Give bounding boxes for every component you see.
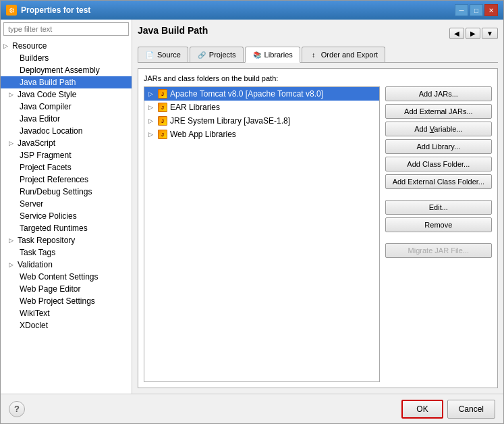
properties-window: ⚙ Properties for test ─ □ ✕ ▷ Resource B…: [0, 0, 504, 424]
sidebar-item-java-editor[interactable]: Java Editor: [1, 113, 132, 125]
lib-item-ear[interactable]: ▷ J EAR Libraries: [144, 101, 379, 114]
sidebar-item-project-facets[interactable]: Project Facets: [1, 161, 132, 174]
sidebar-item-label: Javadoc Location: [20, 126, 82, 136]
sidebar-item-label: Service Policies: [20, 211, 77, 221]
lib-item-label: EAR Libraries: [170, 103, 220, 112]
panel-title: Java Build Path: [138, 25, 208, 36]
edit-button[interactable]: Edit...: [385, 200, 492, 215]
tab-libraries[interactable]: 📚 Libraries: [245, 47, 300, 63]
content-area: ▷ Resource Builders Deployment Assembly …: [1, 20, 503, 394]
sidebar-item-label: Java Editor: [20, 114, 60, 124]
expand-arrow: ▷: [148, 104, 155, 111]
window-title: Properties for test: [21, 5, 451, 15]
sidebar-item-label: JSP Fragment: [20, 151, 71, 160]
sidebar-item-project-references[interactable]: Project References: [1, 174, 132, 186]
tab-projects[interactable]: 🔗 Projects: [190, 47, 244, 62]
panel-description: JARs and class folders on the build path…: [144, 74, 492, 82]
sidebar-item-task-repository[interactable]: ▷ Task Repository: [1, 234, 132, 246]
sidebar-item-javascript[interactable]: ▷ JavaScript: [1, 137, 132, 149]
sidebar-item-label: Java Code Style: [18, 90, 76, 99]
jar-icon: J: [158, 89, 167, 99]
sidebar-item-builders[interactable]: Builders: [1, 52, 132, 64]
sidebar-item-label: XDoclet: [20, 321, 48, 330]
sidebar-item-web-content-settings[interactable]: Web Content Settings: [1, 271, 132, 283]
libraries-icon: 📚: [252, 50, 262, 59]
lib-item-webapp[interactable]: ▷ J Web App Libraries: [144, 128, 379, 141]
tab-label: Order and Export: [321, 51, 378, 59]
jar-icon: J: [158, 103, 167, 112]
add-external-jars-button[interactable]: Add External JARs...: [385, 104, 492, 119]
window-controls: ─ □ ✕: [455, 4, 498, 16]
add-class-folder-button[interactable]: Add Class Folder...: [385, 157, 492, 171]
source-icon: 📄: [145, 50, 155, 59]
ok-button[interactable]: OK: [401, 400, 443, 419]
sidebar-item-jsp-fragment[interactable]: JSP Fragment: [1, 149, 132, 161]
add-library-button[interactable]: Add Library...: [385, 139, 492, 154]
bottom-bar: ? OK Cancel: [1, 394, 503, 423]
migrate-jar-button[interactable]: Migrate JAR File...: [385, 243, 492, 258]
filter-input[interactable]: [3, 22, 129, 36]
sidebar-item-web-project-settings[interactable]: Web Project Settings: [1, 295, 132, 307]
sidebar-item-java-code-style[interactable]: ▷ Java Code Style: [1, 88, 132, 101]
buttons-column: Add JARs... Add External JARs... Add Var…: [385, 86, 492, 382]
sidebar-item-resource[interactable]: ▷ Resource: [1, 40, 132, 52]
sidebar-item-label: JavaScript: [18, 138, 55, 148]
minimize-button[interactable]: ─: [455, 4, 468, 16]
cancel-button[interactable]: Cancel: [447, 400, 495, 419]
tabs-bar: 📄 Source 🔗 Projects 📚 Libraries ↕ Order …: [138, 47, 498, 63]
tab-order-export[interactable]: ↕ Order and Export: [302, 47, 385, 62]
sidebar-item-task-tags[interactable]: Task Tags: [1, 246, 132, 259]
sidebar-item-run-debug[interactable]: Run/Debug Settings: [1, 186, 132, 198]
sidebar-item-label: Server: [20, 199, 43, 209]
lib-item-jre[interactable]: ▷ J JRE System Library [JavaSE-1.8]: [144, 114, 379, 128]
sidebar-item-label: Builders: [20, 53, 49, 63]
sidebar-item-label: Web Page Editor: [20, 284, 81, 294]
title-bar: ⚙ Properties for test ─ □ ✕: [1, 1, 503, 20]
sidebar-item-label: Java Compiler: [20, 102, 72, 111]
maximize-button[interactable]: □: [470, 4, 483, 16]
tab-label: Projects: [209, 51, 236, 59]
order-icon: ↕: [309, 50, 318, 59]
add-variable-button[interactable]: Add Variable...: [385, 122, 492, 136]
sidebar-item-web-page-editor[interactable]: Web Page Editor: [1, 283, 132, 295]
jar-icon: J: [158, 130, 167, 139]
sidebar-item-javadoc[interactable]: Javadoc Location: [1, 125, 132, 137]
dropdown-button[interactable]: ▼: [482, 28, 498, 39]
help-button[interactable]: ?: [9, 401, 25, 417]
sidebar-item-label: Task Tags: [20, 248, 55, 257]
sidebar-item-label: Web Project Settings: [20, 296, 95, 306]
sidebar-item-deployment-assembly[interactable]: Deployment Assembly: [1, 64, 132, 76]
sidebar-item-label: Java Build Path: [20, 78, 76, 87]
sidebar-item-wikitext[interactable]: WikiText: [1, 307, 132, 319]
sidebar-item-label: Validation: [18, 260, 53, 269]
sidebar-item-java-build-path[interactable]: Java Build Path: [1, 76, 132, 88]
tab-source[interactable]: 📄 Source: [138, 47, 188, 62]
remove-button[interactable]: Remove: [385, 217, 492, 232]
main-panel: Java Build Path ◀ ▶ ▼ 📄 Source 🔗 Project…: [132, 20, 503, 394]
sidebar-item-xdoclet[interactable]: XDoclet: [1, 319, 132, 332]
lib-item-label: Apache Tomcat v8.0 [Apache Tomcat v8.0]: [170, 89, 323, 99]
sidebar-item-java-compiler[interactable]: Java Compiler: [1, 101, 132, 113]
sidebar-item-label: Resource: [12, 41, 47, 51]
window-icon: ⚙: [6, 5, 17, 16]
lib-item-label: Web App Libraries: [170, 130, 236, 139]
panel-top: Java Build Path ◀ ▶ ▼: [138, 25, 498, 41]
forward-button[interactable]: ▶: [466, 28, 480, 39]
sidebar-item-validation[interactable]: ▷ Validation: [1, 259, 132, 271]
back-button[interactable]: ◀: [449, 28, 464, 39]
sidebar-item-label: Task Repository: [18, 236, 75, 245]
add-external-class-folder-button[interactable]: Add External Class Folder...: [385, 174, 492, 189]
add-jars-button[interactable]: Add JARs...: [385, 86, 492, 101]
expand-arrow: ▷: [9, 91, 16, 98]
sidebar-item-label: Run/Debug Settings: [20, 187, 92, 196]
sidebar-item-label: Deployment Assembly: [20, 65, 100, 75]
library-area: ▷ J Apache Tomcat v8.0 [Apache Tomcat v8…: [144, 86, 492, 382]
tab-label: Source: [157, 51, 181, 59]
lib-item-tomcat[interactable]: ▷ J Apache Tomcat v8.0 [Apache Tomcat v8…: [144, 87, 379, 101]
expand-arrow: ▷: [3, 43, 10, 49]
close-button[interactable]: ✕: [484, 4, 498, 16]
sidebar-item-server[interactable]: Server: [1, 198, 132, 210]
sidebar-item-label: WikiText: [20, 309, 50, 318]
sidebar-item-service-policies[interactable]: Service Policies: [1, 210, 132, 222]
sidebar-item-targeted-runtimes[interactable]: Targeted Runtimes: [1, 222, 132, 234]
